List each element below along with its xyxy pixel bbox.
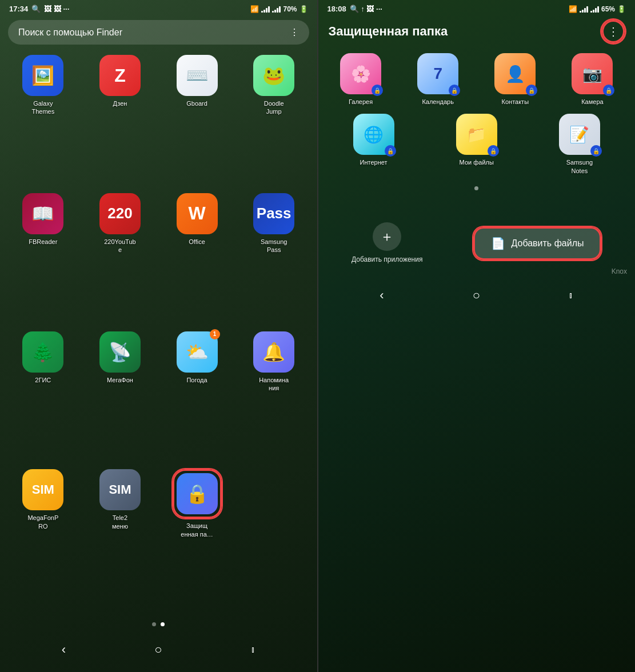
calendar-secure-badge: 🔒 <box>449 85 460 96</box>
reminder-icon: 🔔 <box>253 331 294 373</box>
contacts-label: Контакты <box>502 98 529 106</box>
dot-1 <box>152 622 156 626</box>
app-220youtube[interactable]: 220 220YouTube <box>84 193 157 327</box>
myfiles-icon: 📁 🔒 <box>456 114 497 155</box>
office-icon: W <box>177 193 218 234</box>
page-dot-indicator <box>474 186 478 190</box>
secure-folder-icon: 🔒 <box>177 473 218 514</box>
recents-button[interactable]: ⫾ <box>242 641 265 658</box>
doodle-jump-icon: 🐸 <box>253 55 294 96</box>
knox-label: Knox <box>318 267 636 278</box>
app-fbreader[interactable]: 📖 FBReader <box>7 193 79 327</box>
add-files-button[interactable]: 📄 Добавить файлы <box>473 227 601 260</box>
contacts-secure-badge: 🔒 <box>526 85 537 96</box>
right-back-button[interactable]: ‹ <box>370 285 393 306</box>
app-megafon-pro[interactable]: SIM MegaFonPRO <box>7 469 79 611</box>
back-button[interactable]: ‹ <box>53 639 75 661</box>
app-notes[interactable]: 📝 🔒 SamsungNotes <box>532 114 627 175</box>
galaxy-themes-icon: 🖼️ <box>22 55 63 96</box>
add-apps-icon: ＋ <box>373 222 401 251</box>
right-signal-bars-1 <box>580 6 588 13</box>
home-button[interactable]: ○ <box>145 639 171 661</box>
right-battery-icon: 🔋 <box>617 5 626 13</box>
app-gboard[interactable]: ⌨️ Gboard <box>161 55 233 189</box>
app-grid-right-row2: 🌐 🔒 Интернет 📁 🔒 Мои файлы 📝 🔒 SamsungNo… <box>318 114 636 183</box>
app-secure-folder[interactable]: 🔒 Защищенная па… <box>161 469 233 611</box>
app-calendar[interactable]: 7 🔒 Календарь <box>404 53 473 106</box>
app-reminder[interactable]: 🔔 Напоминания <box>238 331 310 465</box>
calendar-label: Календарь <box>422 98 454 106</box>
folder-header: Защищенная папка ⋮ <box>318 15 636 45</box>
signal-bars-2 <box>272 6 281 13</box>
bottom-actions-row: ＋ Добавить приложения 📄 Добавить файлы <box>318 217 636 268</box>
myfiles-label: Мои файлы <box>460 158 494 166</box>
dzen-label: Дзен <box>113 99 127 107</box>
right-battery: 65% <box>601 5 615 13</box>
right-home-button[interactable]: ○ <box>464 285 489 306</box>
app-dzen[interactable]: Z Дзен <box>84 55 157 189</box>
app-doodle-jump[interactable]: 🐸 DoodleJump <box>238 55 310 189</box>
notes-secure-badge: 🔒 <box>590 145 602 157</box>
app-office[interactable]: W Office <box>161 193 233 327</box>
samsung-pass-label: SamsungPass <box>261 238 287 254</box>
more-options-icon[interactable]: ⋮ <box>290 27 299 38</box>
right-signal-bars-2 <box>590 6 599 13</box>
app-2gis[interactable]: 🌲 2ГИС <box>7 331 79 465</box>
page-dots <box>0 617 317 632</box>
gallery-label: Галерея <box>349 98 373 106</box>
folder-title: Защищенная папка <box>329 24 448 39</box>
right-status-icons: 🔍 ↑ 🖼 ··· <box>350 5 382 13</box>
left-bottom-nav: ‹ ○ ⫾ <box>0 632 317 672</box>
220youtube-icon: 220 <box>99 193 141 234</box>
app-samsung-pass[interactable]: Pass SamsungPass <box>238 193 310 327</box>
add-files-icon: 📄 <box>491 237 505 250</box>
megafon-pro-label: MegaFonPRO <box>27 514 58 530</box>
megafon-label: МегаФон <box>107 376 133 384</box>
right-status-bar: 18:08 🔍 ↑ 🖼 ··· 📶 65% 🔋 <box>318 0 636 15</box>
220youtube-label: 220YouTube <box>104 238 135 254</box>
megafon-pro-icon: SIM <box>22 469 63 510</box>
more-options-button[interactable]: ⋮ <box>602 20 625 43</box>
right-recents-button[interactable]: ⫾ <box>560 287 582 304</box>
megafon-icon: 📡 <box>99 331 141 373</box>
contacts-icon: 👤 🔒 <box>494 53 536 94</box>
notes-label: SamsungNotes <box>566 158 593 175</box>
app-tele2[interactable]: SIM Tele2меню <box>84 469 157 611</box>
camera-label: Камера <box>581 98 603 106</box>
office-label: Office <box>189 238 205 246</box>
app-pogoda[interactable]: ⛅ 1 Погода <box>161 331 233 465</box>
galaxy-themes-label: GalaxyThemes <box>31 99 54 116</box>
secure-folder-label: Защищенная па… <box>181 522 213 538</box>
left-phone-screen: 17:34 🔍 🖼 🖼 ··· 📶 70% 🔋 Поиск с помо <box>0 0 318 672</box>
search-bar[interactable]: Поиск с помощью Finder ⋮ <box>8 20 309 45</box>
camera-secure-badge: 🔒 <box>603 85 614 96</box>
app-camera[interactable]: 📷 🔒 Камера <box>558 53 627 106</box>
doodle-jump-label: DoodleJump <box>264 99 284 116</box>
add-files-label: Добавить файлы <box>511 238 584 249</box>
notification-icons: 🖼 🖼 ··· <box>44 5 69 13</box>
tele2-icon: SIM <box>99 469 141 510</box>
internet-secure-badge: 🔒 <box>385 145 396 157</box>
app-contacts[interactable]: 👤 🔒 Контакты <box>481 53 550 106</box>
dzen-icon: Z <box>99 55 141 96</box>
left-time: 17:34 <box>9 5 28 13</box>
gallery-icon: 🌸 🔒 <box>340 53 381 94</box>
app-galaxy-themes[interactable]: 🖼️ GalaxyThemes <box>7 55 79 189</box>
internet-label: Интернет <box>360 158 388 166</box>
add-apps-button[interactable]: ＋ Добавить приложения <box>352 222 422 265</box>
fbreader-label: FBReader <box>29 238 57 246</box>
signal-bars-1 <box>261 6 270 13</box>
app-myfiles[interactable]: 📁 🔒 Мои файлы <box>429 114 524 175</box>
app-megafon[interactable]: 📡 МегаФон <box>84 331 157 465</box>
tele2-label: Tele2меню <box>112 514 128 530</box>
gallery-secure-badge: 🔒 <box>372 85 383 96</box>
dot-2 <box>161 622 165 626</box>
app-internet[interactable]: 🌐 🔒 Интернет <box>326 114 421 175</box>
reminder-label: Напоминания <box>259 376 289 393</box>
pogoda-label: Погода <box>186 376 207 384</box>
left-status-bar: 17:34 🔍 🖼 🖼 ··· 📶 70% 🔋 <box>0 0 317 15</box>
app-gallery[interactable]: 🌸 🔒 Галерея <box>326 53 396 106</box>
app-grid-left: 🖼️ GalaxyThemes Z Дзен ⌨️ Gboard 🐸 Doodl… <box>0 49 317 617</box>
samsung-pass-icon: Pass <box>253 193 294 234</box>
right-bottom-nav: ‹ ○ ⫾ <box>318 278 636 318</box>
